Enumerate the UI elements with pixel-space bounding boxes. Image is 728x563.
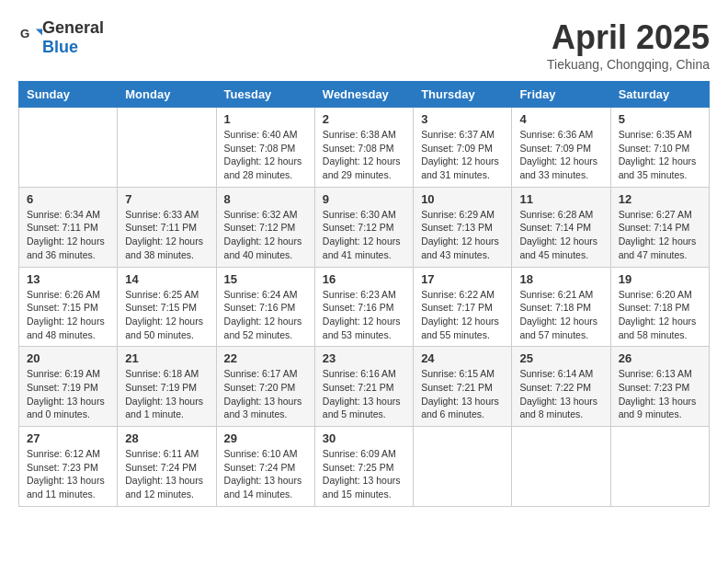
calendar-title: April 2025 — [547, 18, 710, 57]
column-header-monday: Monday — [118, 82, 216, 108]
day-content: Sunrise: 6:32 AM Sunset: 7:12 PM Dayligh… — [224, 208, 307, 262]
day-number: 25 — [519, 351, 602, 365]
logo-blue: Blue — [42, 38, 78, 56]
day-content: Sunrise: 6:26 AM Sunset: 7:15 PM Dayligh… — [27, 288, 109, 342]
header-row: SundayMondayTuesdayWednesdayThursdayFrid… — [19, 82, 710, 108]
column-header-saturday: Saturday — [610, 82, 709, 108]
day-number: 13 — [27, 272, 109, 286]
day-number: 3 — [421, 112, 504, 126]
day-number: 24 — [421, 351, 504, 365]
day-content: Sunrise: 6:25 AM Sunset: 7:15 PM Dayligh… — [125, 288, 208, 342]
calendar-cell — [512, 427, 610, 507]
title-block: April 2025 Tiekuang, Chongqing, China — [547, 18, 710, 72]
day-number: 29 — [224, 431, 307, 445]
week-row-2: 6Sunrise: 6:34 AM Sunset: 7:11 PM Daylig… — [19, 187, 710, 267]
calendar-cell: 13Sunrise: 6:26 AM Sunset: 7:15 PM Dayli… — [19, 267, 118, 347]
day-content: Sunrise: 6:27 AM Sunset: 7:14 PM Dayligh… — [619, 208, 701, 262]
calendar-cell — [610, 427, 709, 507]
day-content: Sunrise: 6:36 AM Sunset: 7:09 PM Dayligh… — [519, 128, 602, 182]
day-content: Sunrise: 6:15 AM Sunset: 7:21 PM Dayligh… — [421, 367, 504, 421]
day-content: Sunrise: 6:11 AM Sunset: 7:24 PM Dayligh… — [125, 447, 208, 501]
calendar-cell: 5Sunrise: 6:35 AM Sunset: 7:10 PM Daylig… — [610, 108, 709, 188]
calendar-cell: 17Sunrise: 6:22 AM Sunset: 7:17 PM Dayli… — [414, 267, 512, 347]
day-content: Sunrise: 6:37 AM Sunset: 7:09 PM Dayligh… — [421, 128, 504, 182]
calendar-cell: 19Sunrise: 6:20 AM Sunset: 7:18 PM Dayli… — [610, 267, 709, 347]
calendar-cell: 3Sunrise: 6:37 AM Sunset: 7:09 PM Daylig… — [414, 108, 512, 188]
day-content: Sunrise: 6:21 AM Sunset: 7:18 PM Dayligh… — [519, 288, 602, 342]
day-content: Sunrise: 6:10 AM Sunset: 7:24 PM Dayligh… — [224, 447, 307, 501]
svg-marker-1 — [36, 29, 42, 35]
calendar-cell: 24Sunrise: 6:15 AM Sunset: 7:21 PM Dayli… — [414, 347, 512, 427]
calendar-cell: 16Sunrise: 6:23 AM Sunset: 7:16 PM Dayli… — [314, 267, 413, 347]
day-content: Sunrise: 6:12 AM Sunset: 7:23 PM Dayligh… — [27, 447, 109, 501]
calendar-cell: 1Sunrise: 6:40 AM Sunset: 7:08 PM Daylig… — [216, 108, 314, 188]
calendar-cell: 9Sunrise: 6:30 AM Sunset: 7:12 PM Daylig… — [314, 187, 413, 267]
calendar-cell: 20Sunrise: 6:19 AM Sunset: 7:19 PM Dayli… — [19, 347, 118, 427]
day-number: 6 — [27, 192, 109, 206]
calendar-cell: 21Sunrise: 6:18 AM Sunset: 7:19 PM Dayli… — [118, 347, 216, 427]
day-number: 22 — [224, 351, 307, 365]
day-content: Sunrise: 6:40 AM Sunset: 7:08 PM Dayligh… — [224, 128, 307, 182]
page-header: G General Blue April 2025 Tiekuang, Chon… — [18, 18, 710, 72]
calendar-cell: 11Sunrise: 6:28 AM Sunset: 7:14 PM Dayli… — [512, 187, 610, 267]
day-number: 2 — [323, 112, 405, 126]
calendar-cell: 27Sunrise: 6:12 AM Sunset: 7:23 PM Dayli… — [19, 427, 118, 507]
day-number: 9 — [323, 192, 405, 206]
day-number: 23 — [323, 351, 405, 365]
calendar-cell: 22Sunrise: 6:17 AM Sunset: 7:20 PM Dayli… — [216, 347, 314, 427]
calendar-cell: 8Sunrise: 6:32 AM Sunset: 7:12 PM Daylig… — [216, 187, 314, 267]
day-number: 10 — [421, 192, 504, 206]
calendar-cell: 30Sunrise: 6:09 AM Sunset: 7:25 PM Dayli… — [314, 427, 413, 507]
day-content: Sunrise: 6:30 AM Sunset: 7:12 PM Dayligh… — [323, 208, 405, 262]
calendar-cell — [118, 108, 216, 188]
calendar-cell: 2Sunrise: 6:38 AM Sunset: 7:08 PM Daylig… — [314, 108, 413, 188]
day-content: Sunrise: 6:19 AM Sunset: 7:19 PM Dayligh… — [27, 367, 109, 421]
day-content: Sunrise: 6:20 AM Sunset: 7:18 PM Dayligh… — [619, 288, 701, 342]
calendar-cell: 25Sunrise: 6:14 AM Sunset: 7:22 PM Dayli… — [512, 347, 610, 427]
day-number: 20 — [27, 351, 109, 365]
day-number: 17 — [421, 272, 504, 286]
calendar-cell — [19, 108, 118, 188]
week-row-3: 13Sunrise: 6:26 AM Sunset: 7:15 PM Dayli… — [19, 267, 710, 347]
day-content: Sunrise: 6:13 AM Sunset: 7:23 PM Dayligh… — [619, 367, 701, 421]
day-number: 19 — [619, 272, 701, 286]
calendar-cell: 6Sunrise: 6:34 AM Sunset: 7:11 PM Daylig… — [19, 187, 118, 267]
column-header-tuesday: Tuesday — [216, 82, 314, 108]
calendar-cell: 28Sunrise: 6:11 AM Sunset: 7:24 PM Dayli… — [118, 427, 216, 507]
day-number: 1 — [224, 112, 307, 126]
day-number: 27 — [27, 431, 109, 445]
day-number: 30 — [323, 431, 405, 445]
day-number: 7 — [125, 192, 208, 206]
calendar-cell: 12Sunrise: 6:27 AM Sunset: 7:14 PM Dayli… — [610, 187, 709, 267]
day-content: Sunrise: 6:17 AM Sunset: 7:20 PM Dayligh… — [224, 367, 307, 421]
calendar-cell: 7Sunrise: 6:33 AM Sunset: 7:11 PM Daylig… — [118, 187, 216, 267]
day-number: 21 — [125, 351, 208, 365]
day-content: Sunrise: 6:09 AM Sunset: 7:25 PM Dayligh… — [323, 447, 405, 501]
day-number: 5 — [619, 112, 701, 126]
day-number: 11 — [519, 192, 602, 206]
logo-general: General — [42, 18, 104, 37]
week-row-4: 20Sunrise: 6:19 AM Sunset: 7:19 PM Dayli… — [19, 347, 710, 427]
day-number: 18 — [519, 272, 602, 286]
day-content: Sunrise: 6:16 AM Sunset: 7:21 PM Dayligh… — [323, 367, 405, 421]
calendar-cell: 29Sunrise: 6:10 AM Sunset: 7:24 PM Dayli… — [216, 427, 314, 507]
column-header-wednesday: Wednesday — [314, 82, 413, 108]
column-header-sunday: Sunday — [19, 82, 118, 108]
logo-icon: G — [20, 27, 42, 49]
calendar-cell: 18Sunrise: 6:21 AM Sunset: 7:18 PM Dayli… — [512, 267, 610, 347]
day-content: Sunrise: 6:29 AM Sunset: 7:13 PM Dayligh… — [421, 208, 504, 262]
svg-text:G: G — [20, 27, 29, 40]
day-content: Sunrise: 6:38 AM Sunset: 7:08 PM Dayligh… — [323, 128, 405, 182]
day-content: Sunrise: 6:14 AM Sunset: 7:22 PM Dayligh… — [519, 367, 602, 421]
calendar-cell: 23Sunrise: 6:16 AM Sunset: 7:21 PM Dayli… — [314, 347, 413, 427]
calendar-cell — [414, 427, 512, 507]
day-content: Sunrise: 6:35 AM Sunset: 7:10 PM Dayligh… — [619, 128, 701, 182]
calendar-cell: 10Sunrise: 6:29 AM Sunset: 7:13 PM Dayli… — [414, 187, 512, 267]
calendar-cell: 26Sunrise: 6:13 AM Sunset: 7:23 PM Dayli… — [610, 347, 709, 427]
day-content: Sunrise: 6:34 AM Sunset: 7:11 PM Dayligh… — [27, 208, 109, 262]
day-number: 8 — [224, 192, 307, 206]
day-number: 26 — [619, 351, 701, 365]
week-row-1: 1Sunrise: 6:40 AM Sunset: 7:08 PM Daylig… — [19, 108, 710, 188]
week-row-5: 27Sunrise: 6:12 AM Sunset: 7:23 PM Dayli… — [19, 427, 710, 507]
day-number: 12 — [619, 192, 701, 206]
